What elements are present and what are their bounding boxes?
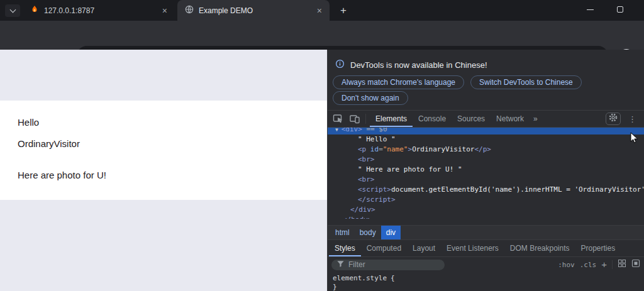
visitor-name-text: OrdinaryVisitor (18, 138, 80, 149)
code-token-punct: = (379, 145, 383, 155)
toolbar-divider (365, 114, 366, 124)
grid-overlay-icon[interactable] (618, 259, 626, 270)
elements-tree-row[interactable]: </body> (328, 215, 644, 219)
new-tab-button[interactable]: + (336, 3, 351, 18)
styles-filter-bar: Filter :hov .cls + (328, 256, 644, 272)
tab-elements[interactable]: Elements (370, 111, 413, 127)
elements-tree-row[interactable]: <script>document.getElementById('name').… (328, 185, 644, 195)
photo-text: Here are photo for U! (18, 170, 106, 180)
mouse-cursor (630, 132, 640, 145)
browser-tab-active[interactable]: Example DEMO × (177, 0, 330, 21)
devtools-notice: DevTools is now available in Chinese! (335, 59, 487, 70)
code-token-tag: <br> (358, 155, 375, 165)
notice-text: DevTools is now available in Chinese! (350, 60, 487, 70)
close-tab-icon[interactable]: × (160, 6, 170, 15)
dont-show-again-button[interactable]: Don't show again (333, 91, 408, 105)
code-token-val: "name" (383, 145, 408, 155)
tab-computed[interactable]: Computed (361, 240, 407, 256)
code-token-tag: <p (358, 145, 366, 155)
greeting-text: Hello (18, 117, 39, 128)
maximize-button[interactable] (609, 0, 631, 19)
code-token-tag: </body> (343, 215, 372, 219)
code-token-tag: > (408, 145, 413, 155)
minimize-button[interactable] (579, 0, 601, 19)
elements-tree-row[interactable]: " Here are photo for U! " (328, 165, 644, 175)
code-token-tag: </script> (358, 195, 396, 205)
styles-pane-tabs: Styles Computed Layout Event Listeners D… (328, 239, 644, 256)
switch-to-chinese-button[interactable]: Switch DevTools to Chinese (470, 75, 582, 89)
elements-tree-row[interactable]: ▼ <div> == $0 (328, 128, 644, 135)
elements-tree-row[interactable]: " Hello " (328, 135, 644, 145)
new-style-rule-button[interactable]: + (601, 259, 607, 270)
tab-console[interactable]: Console (413, 111, 452, 127)
chevron-down-icon (9, 7, 16, 13)
tab-search-button[interactable] (5, 4, 20, 17)
code-token-tag: <br> (358, 175, 375, 185)
tab-title: Example DEMO (199, 6, 309, 15)
devtools-panel: DevTools is now available in Chinese! Al… (327, 50, 644, 291)
elements-tree-row[interactable]: <br> (328, 155, 644, 165)
close-brace: } (333, 283, 337, 291)
elements-tree-row[interactable]: <br> (328, 175, 644, 185)
code-token-txt: OrdinaryVisitor (412, 145, 474, 155)
globe-favicon-icon (185, 5, 194, 16)
code-token-txt: document.getElementById('name').innerHTM… (391, 185, 644, 195)
elements-tree-row[interactable]: </div> (328, 205, 644, 215)
gear-icon (608, 113, 618, 125)
more-tabs-icon[interactable]: » (530, 114, 541, 123)
crumb-html[interactable]: html (330, 226, 355, 239)
info-icon (335, 59, 345, 70)
filter-placeholder: Filter (348, 260, 365, 269)
open-brace: { (391, 274, 395, 282)
tab-network[interactable]: Network (491, 111, 530, 127)
settings-button[interactable] (606, 113, 621, 125)
elements-tree-row[interactable]: </script> (328, 195, 644, 205)
content-card (0, 101, 327, 200)
flame-favicon-icon (30, 5, 39, 16)
tab-sources[interactable]: Sources (452, 111, 491, 127)
code-token-tag: </p> (474, 145, 491, 155)
tab-strip: 127.0.0.1:8787 × Example DEMO × + (0, 0, 644, 21)
code-token-txt: " Hello " (358, 135, 396, 145)
close-tab-icon[interactable]: × (314, 6, 325, 15)
filter-divider (612, 260, 613, 269)
styles-filter-input[interactable]: Filter (331, 260, 445, 270)
browser-tab-local[interactable]: 127.0.0.1:8787 × (23, 0, 175, 21)
style-selector: element.style (333, 274, 387, 282)
elements-tree-row[interactable]: <p id="name">OrdinaryVisitor</p> (328, 145, 644, 155)
tab-event-listeners[interactable]: Event Listeners (441, 240, 504, 256)
code-token-tag: <div> (341, 128, 362, 135)
crumb-body[interactable]: body (355, 226, 381, 239)
tab-layout[interactable]: Layout (407, 240, 441, 256)
toggle-element-state[interactable]: :hov (558, 261, 575, 269)
code-token-attr: id (366, 145, 379, 155)
page-content: Hello OrdinaryVisitor Here are photo for… (0, 50, 327, 291)
tab-dom-breakpoints[interactable]: DOM Breakpoints (504, 240, 575, 256)
inspect-element-icon[interactable] (333, 113, 344, 124)
code-token-hint: == $0 (362, 128, 387, 135)
minimize-icon (587, 9, 594, 10)
toggle-classes[interactable]: .cls (580, 261, 597, 269)
crumb-div[interactable]: div (381, 226, 401, 239)
funnel-icon (336, 259, 345, 270)
elements-tree: ▼ <div> == $0" Hello "<p id="name">Ordin… (328, 128, 644, 223)
code-token-tag: </div> (350, 205, 375, 215)
tab-properties[interactable]: Properties (575, 240, 621, 256)
code-token-txt: " Here are photo for U! " (358, 165, 462, 175)
devtools-toolbar: Elements Console Sources Network » ⋮ (328, 110, 644, 128)
maximize-icon (617, 6, 623, 13)
code-token-tag: <script> (358, 185, 391, 195)
breadcrumb: html body div (328, 225, 644, 239)
tab-title: 127.0.0.1:8787 (44, 6, 155, 15)
kebab-menu-icon[interactable]: ⋮ (626, 114, 639, 124)
computed-sidebar-icon[interactable] (631, 259, 640, 270)
tab-styles[interactable]: Styles (329, 240, 361, 256)
code-token-arrow: ▼ (335, 128, 341, 135)
element-style-rule[interactable]: element.style{ (333, 274, 395, 282)
match-language-button[interactable]: Always match Chrome's language (333, 75, 464, 89)
browser-toolbar: ← → 127.0.0.1:8787/xss/attr/script?name=… (0, 21, 644, 50)
device-toolbar-icon[interactable] (349, 113, 360, 124)
